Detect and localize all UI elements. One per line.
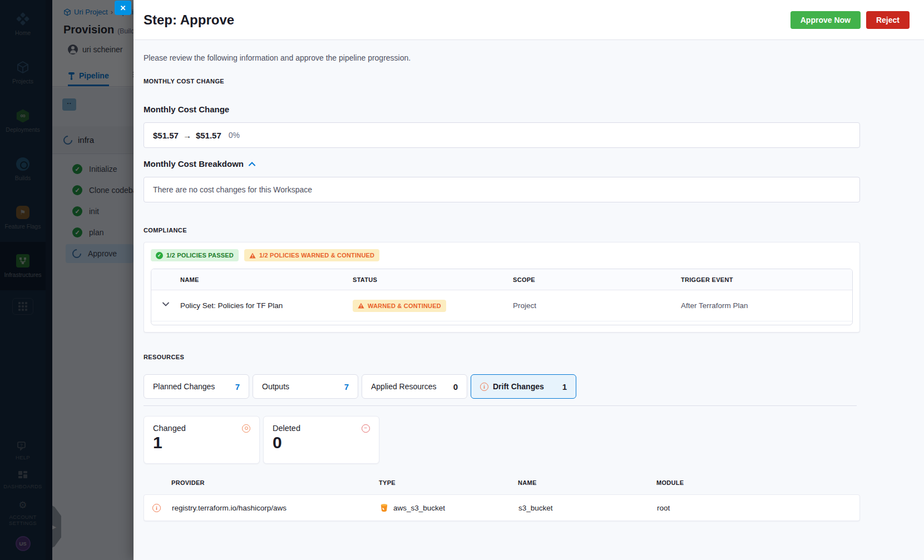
- close-drawer-button[interactable]: ✕: [115, 1, 131, 15]
- policy-table-row[interactable]: Policy Set: Policies for TF Plan WARNED …: [151, 290, 852, 321]
- approval-drawer: Step: Approve Approve Now Reject Please …: [134, 0, 924, 560]
- chevron-up-icon: [249, 162, 255, 166]
- resource-type: aws_s3_bucket: [393, 504, 445, 512]
- cost-breakdown-toggle[interactable]: Monthly Cost Breakdown: [144, 159, 860, 169]
- col-name: NAME: [180, 276, 353, 283]
- cost-breakdown-empty-card: There are no cost changes for this Works…: [144, 177, 860, 202]
- resource-provider: registry.terraform.io/hashicorp/aws: [172, 504, 379, 512]
- cost-to: $51.57: [196, 131, 221, 140]
- screen: Home Projects ∞ Deployments Builds ⚑ Fea…: [0, 0, 924, 560]
- compliance-card: ✓ 1/2 POLICIES PASSED 1/2 POLICIES WARNE…: [144, 242, 860, 333]
- planned-changes-count: 7: [235, 382, 240, 391]
- drift-info-icon: i: [480, 383, 488, 391]
- deleted-stat-card: Deleted − 0: [263, 416, 379, 464]
- col-type: TYPE: [379, 479, 518, 486]
- cost-percent: 0%: [229, 131, 240, 140]
- policy-table-header: NAME STATUS SCOPE TRIGGER EVENT: [151, 269, 852, 290]
- check-icon: ✓: [156, 252, 163, 259]
- col-name: NAME: [518, 479, 656, 486]
- tab-planned-changes[interactable]: Planned Changes 7: [144, 374, 249, 399]
- col-module: MODULE: [656, 479, 860, 486]
- resources-section-label: RESOURCES: [144, 354, 860, 360]
- tab-drift-changes[interactable]: i Drift Changes 1: [471, 374, 576, 399]
- resource-name: s3_bucket: [518, 504, 657, 512]
- policy-badges: ✓ 1/2 POLICIES PASSED 1/2 POLICIES WARNE…: [151, 249, 853, 261]
- col-trigger-event: TRIGGER EVENT: [681, 276, 852, 283]
- outputs-count: 7: [344, 382, 349, 391]
- approve-now-button[interactable]: Approve Now: [790, 11, 861, 29]
- drift-table-row[interactable]: i registry.terraform.io/hashicorp/aws aw…: [144, 494, 860, 521]
- changed-icon: [242, 424, 250, 433]
- cost-from: $51.57: [153, 131, 179, 140]
- deleted-icon: −: [362, 424, 370, 433]
- chevron-down-icon[interactable]: [162, 302, 169, 306]
- warning-triangle-icon: [358, 303, 364, 309]
- arrow-right-icon: →: [183, 131, 191, 140]
- review-instructions: Please review the following information …: [144, 53, 860, 62]
- deleted-label: Deleted: [273, 424, 300, 433]
- monthly-cost-section-label: MONTHLY COST CHANGE: [144, 78, 860, 85]
- policies-passed-badge: ✓ 1/2 POLICIES PASSED: [151, 249, 239, 261]
- applied-resources-count: 0: [453, 382, 458, 391]
- reject-button[interactable]: Reject: [866, 11, 910, 29]
- warned-continued-badge: WARNED & CONTINUED: [353, 300, 446, 312]
- col-status: STATUS: [353, 276, 513, 283]
- drift-stat-cards: Changed 1 Deleted − 0: [144, 416, 860, 464]
- changed-value: 1: [153, 433, 250, 452]
- drawer-body: Please review the following information …: [134, 40, 924, 560]
- modal-overlay[interactable]: [0, 0, 134, 560]
- drift-table-header: PROVIDER TYPE NAME MODULE: [144, 477, 860, 488]
- drawer-header: Step: Approve Approve Now Reject: [134, 0, 924, 40]
- col-provider: PROVIDER: [171, 479, 379, 486]
- tab-outputs[interactable]: Outputs 7: [253, 374, 358, 399]
- drift-row-info-icon: i: [152, 504, 161, 512]
- monthly-cost-heading: Monthly Cost Change: [144, 105, 860, 114]
- policy-set-name: Policy Set: Policies for TF Plan: [180, 301, 353, 310]
- resource-module: root: [657, 504, 859, 512]
- cost-change-card: $51.57 → $51.57 0%: [144, 122, 860, 148]
- tab-applied-resources[interactable]: Applied Resources 0: [362, 374, 467, 399]
- policy-scope: Project: [513, 301, 681, 310]
- warning-triangle-icon: [249, 252, 256, 259]
- col-scope: SCOPE: [513, 276, 681, 283]
- drawer-title: Step: Approve: [144, 12, 234, 28]
- compliance-section-label: COMPLIANCE: [144, 227, 860, 234]
- changed-label: Changed: [153, 424, 186, 433]
- policies-warned-badge: 1/2 POLICIES WARNED & CONTINUED: [244, 249, 379, 261]
- s3-bucket-icon: [379, 503, 389, 513]
- resource-tabs: Planned Changes 7 Outputs 7 Applied Reso…: [144, 374, 860, 399]
- changed-stat-card: Changed 1: [144, 416, 260, 464]
- policy-trigger-event: After Terraform Plan: [681, 301, 852, 310]
- policy-table: NAME STATUS SCOPE TRIGGER EVENT Policy S…: [151, 269, 853, 325]
- cost-breakdown-heading: Monthly Cost Breakdown: [144, 159, 244, 169]
- deleted-value: 0: [273, 433, 370, 452]
- drift-changes-count: 1: [562, 382, 567, 391]
- resources-divider: [144, 405, 857, 406]
- header-actions: Approve Now Reject: [790, 11, 910, 29]
